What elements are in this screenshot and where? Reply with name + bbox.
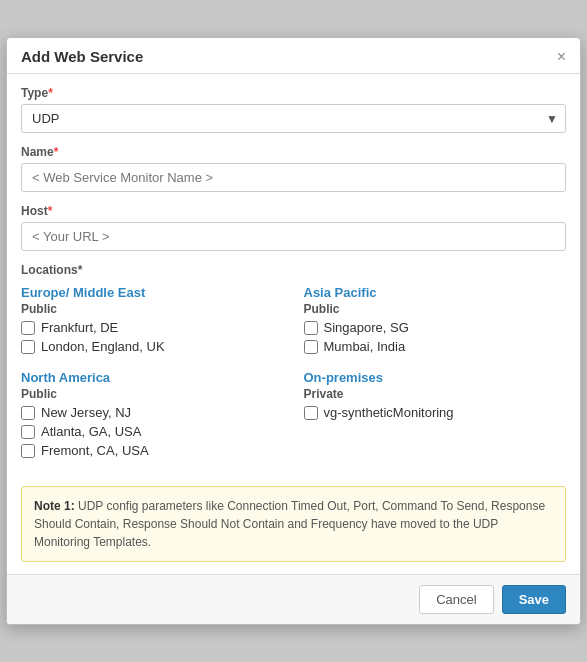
location-atlanta: Atlanta, GA, USA xyxy=(21,424,284,439)
type-field-group: Type* UDP HTTP HTTPS DNS FTP SMTP POP3 ▼ xyxy=(21,86,566,133)
region-europe-access: Public xyxy=(21,302,284,316)
modal-body: Type* UDP HTTP HTTPS DNS FTP SMTP POP3 ▼… xyxy=(7,74,580,574)
region-europe-title: Europe/ Middle East xyxy=(21,285,284,300)
checkbox-new-jersey[interactable] xyxy=(21,406,35,420)
locations-grid: Europe/ Middle East Public Frankfurt, DE… xyxy=(21,285,566,474)
type-select-wrapper: UDP HTTP HTTPS DNS FTP SMTP POP3 ▼ xyxy=(21,104,566,133)
host-label: Host* xyxy=(21,204,566,218)
location-singapore: Singapore, SG xyxy=(304,320,567,335)
name-label: Name* xyxy=(21,145,566,159)
cancel-button[interactable]: Cancel xyxy=(419,585,493,614)
locations-label: Locations* xyxy=(21,263,566,277)
checkbox-frankfurt[interactable] xyxy=(21,321,35,335)
location-mumbai: Mumbai, India xyxy=(304,339,567,354)
modal-header: Add Web Service × xyxy=(7,38,580,74)
name-field-group: Name* xyxy=(21,145,566,192)
region-asia: Asia Pacific Public Singapore, SG Mumbai… xyxy=(304,285,567,358)
location-london: London, England, UK xyxy=(21,339,284,354)
checkbox-london[interactable] xyxy=(21,340,35,354)
save-button[interactable]: Save xyxy=(502,585,566,614)
type-select[interactable]: UDP HTTP HTTPS DNS FTP SMTP POP3 xyxy=(21,104,566,133)
location-vg-synthetic: vg-syntheticMonitoring xyxy=(304,405,567,420)
label-frankfurt: Frankfurt, DE xyxy=(41,320,118,335)
checkbox-vg-synthetic[interactable] xyxy=(304,406,318,420)
note-box: Note 1: UDP config parameters like Conne… xyxy=(21,486,566,562)
modal-title: Add Web Service xyxy=(21,48,143,65)
checkbox-fremont[interactable] xyxy=(21,444,35,458)
locations-field-group: Locations* Europe/ Middle East Public Fr… xyxy=(21,263,566,474)
note-text: UDP config parameters like Connection Ti… xyxy=(34,499,545,549)
checkbox-atlanta[interactable] xyxy=(21,425,35,439)
add-web-service-modal: Add Web Service × Type* UDP HTTP HTTPS D… xyxy=(6,37,581,625)
region-asia-title: Asia Pacific xyxy=(304,285,567,300)
type-label: Type* xyxy=(21,86,566,100)
label-vg-synthetic: vg-syntheticMonitoring xyxy=(324,405,454,420)
label-atlanta: Atlanta, GA, USA xyxy=(41,424,141,439)
label-fremont: Fremont, CA, USA xyxy=(41,443,149,458)
region-on-premises: On-premises Private vg-syntheticMonitori… xyxy=(304,370,567,462)
name-input[interactable] xyxy=(21,163,566,192)
host-field-group: Host* xyxy=(21,204,566,251)
label-mumbai: Mumbai, India xyxy=(324,339,406,354)
label-new-jersey: New Jersey, NJ xyxy=(41,405,131,420)
region-north-america-access: Public xyxy=(21,387,284,401)
location-frankfurt: Frankfurt, DE xyxy=(21,320,284,335)
modal-footer: Cancel Save xyxy=(7,574,580,624)
region-north-america-title: North America xyxy=(21,370,284,385)
close-button[interactable]: × xyxy=(557,49,566,65)
label-singapore: Singapore, SG xyxy=(324,320,409,335)
label-london: London, England, UK xyxy=(41,339,165,354)
region-north-america: North America Public New Jersey, NJ Atla… xyxy=(21,370,284,462)
checkbox-singapore[interactable] xyxy=(304,321,318,335)
location-new-jersey: New Jersey, NJ xyxy=(21,405,284,420)
region-on-premises-access: Private xyxy=(304,387,567,401)
checkbox-mumbai[interactable] xyxy=(304,340,318,354)
location-fremont: Fremont, CA, USA xyxy=(21,443,284,458)
host-input[interactable] xyxy=(21,222,566,251)
region-on-premises-title: On-premises xyxy=(304,370,567,385)
region-europe: Europe/ Middle East Public Frankfurt, DE… xyxy=(21,285,284,358)
region-asia-access: Public xyxy=(304,302,567,316)
note-label: Note 1: xyxy=(34,499,75,513)
